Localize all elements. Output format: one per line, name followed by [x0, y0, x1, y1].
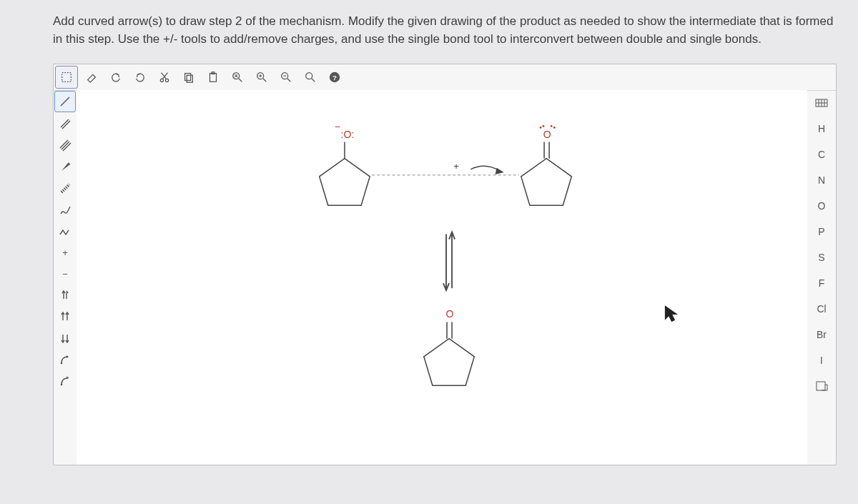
- element-n[interactable]: N: [809, 169, 834, 192]
- svg-rect-5: [210, 74, 217, 82]
- svg-rect-17: [817, 382, 825, 390]
- hash-bond-icon[interactable]: [55, 178, 75, 198]
- element-p[interactable]: P: [809, 220, 834, 243]
- svg-marker-35: [424, 339, 475, 385]
- left-toolbar: + −: [54, 90, 77, 465]
- element-f[interactable]: F: [809, 272, 834, 295]
- svg-marker-31: [495, 168, 504, 174]
- top-toolbar: ?: [54, 64, 836, 91]
- electron-pair-both-icon[interactable]: [55, 307, 75, 327]
- template-icon[interactable]: [809, 375, 834, 397]
- element-o[interactable]: O: [809, 194, 834, 217]
- paste-icon[interactable]: [202, 66, 224, 88]
- right-molecule: O: [521, 125, 572, 205]
- element-i[interactable]: I: [809, 349, 834, 372]
- svg-marker-39: [665, 307, 676, 322]
- svg-point-26: [540, 127, 542, 129]
- wedge-bond-icon[interactable]: [55, 157, 75, 177]
- element-s[interactable]: S: [809, 246, 834, 269]
- product-molecule: O: [424, 309, 475, 386]
- svg-point-15: [61, 384, 63, 386]
- svg-marker-18: [320, 159, 370, 206]
- svg-text:O: O: [543, 129, 551, 140]
- svg-text:−: −: [335, 122, 340, 133]
- svg-text:O: O: [446, 309, 454, 320]
- element-cl[interactable]: Cl: [809, 297, 834, 320]
- chain-icon[interactable]: [55, 221, 75, 241]
- chemical-editor: ? + − H C N O: [53, 64, 837, 465]
- element-c[interactable]: C: [809, 143, 834, 166]
- mouse-cursor-icon: [665, 307, 676, 322]
- zoom-in-icon[interactable]: [251, 66, 272, 88]
- copy-icon[interactable]: [178, 66, 199, 88]
- svg-text::O:: :O:: [341, 129, 355, 140]
- single-bond-icon[interactable]: [54, 91, 76, 112]
- redo-icon[interactable]: [129, 66, 151, 88]
- svg-point-27: [543, 125, 545, 127]
- svg-point-2: [166, 79, 169, 82]
- svg-rect-0: [62, 73, 72, 82]
- zoom-fit-icon[interactable]: [227, 66, 248, 88]
- wavy-bond-icon[interactable]: [55, 199, 75, 219]
- instructions-text: Add curved arrow(s) to draw step 2 of th…: [53, 13, 837, 48]
- svg-point-28: [551, 125, 553, 127]
- electron-pair-down-icon[interactable]: [55, 328, 75, 348]
- svg-point-29: [553, 127, 556, 129]
- svg-marker-22: [521, 159, 572, 206]
- periodic-table-icon[interactable]: [809, 92, 834, 114]
- svg-rect-4: [187, 76, 192, 83]
- curved-arrow-icon[interactable]: [55, 350, 75, 370]
- double-bond-icon[interactable]: [55, 114, 75, 134]
- svg-point-14: [61, 362, 63, 365]
- undo-icon[interactable]: [105, 66, 127, 88]
- marquee-select-icon[interactable]: [55, 66, 78, 89]
- drawing-canvas[interactable]: :O: − O: [77, 90, 807, 465]
- charge-plus-icon[interactable]: +: [55, 242, 75, 262]
- element-h[interactable]: H: [809, 117, 834, 140]
- zoom-out-icon[interactable]: [275, 66, 297, 88]
- svg-point-1: [160, 79, 163, 82]
- element-br[interactable]: Br: [809, 323, 834, 346]
- charge-minus-icon[interactable]: −: [55, 264, 75, 284]
- svg-rect-3: [185, 74, 191, 81]
- reaction-arrow: [443, 232, 455, 291]
- svg-marker-13: [61, 162, 70, 171]
- svg-text:?: ?: [332, 74, 337, 81]
- eraser-icon[interactable]: [81, 66, 102, 88]
- right-toolbar: H C N O P S F Cl Br I: [807, 90, 836, 465]
- help-icon[interactable]: ?: [324, 66, 345, 88]
- zoom-reset-icon[interactable]: [300, 66, 321, 88]
- svg-point-10: [306, 73, 312, 79]
- triple-bond-icon[interactable]: [55, 135, 75, 155]
- electron-pair-up-icon[interactable]: [55, 285, 75, 305]
- half-arrow-icon[interactable]: [55, 371, 75, 391]
- svg-text:+: +: [453, 161, 459, 172]
- cut-icon[interactable]: [154, 66, 175, 88]
- left-molecule: :O: −: [320, 122, 370, 206]
